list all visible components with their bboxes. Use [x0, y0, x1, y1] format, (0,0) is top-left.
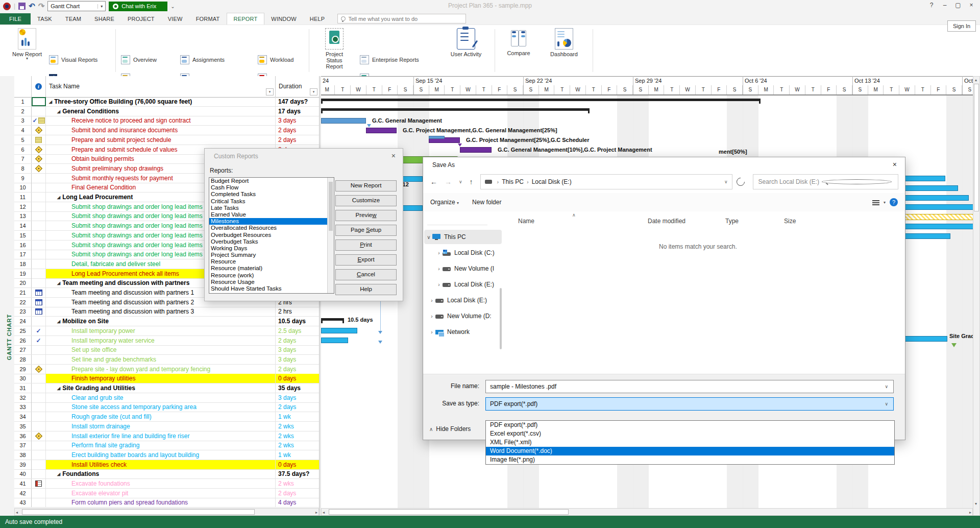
table-row[interactable]: 27Set up site office3 days	[14, 345, 319, 355]
type-option[interactable]: Word Document(*.doc)	[486, 447, 894, 455]
task-bar[interactable]	[904, 233, 950, 239]
table-row[interactable]: 23Team meeting and discussion with partn…	[14, 307, 319, 317]
customize-button[interactable]: Customize	[335, 195, 397, 206]
table-row[interactable]: 26✓Install temporary water service2 days	[14, 336, 319, 346]
column-header-type[interactable]: Type	[725, 218, 739, 225]
duration-cell[interactable]: 2 wks	[276, 431, 319, 441]
scroll-thumb[interactable]	[329, 509, 569, 515]
print-button[interactable]: Print	[335, 239, 397, 251]
task-name-header[interactable]: Task Name ▾	[46, 76, 276, 97]
duration-cell[interactable]: 2.5 days	[276, 326, 319, 335]
table-row[interactable]: 35Install storm drainage2 wks	[14, 422, 319, 431]
minimize-button[interactable]: –	[938, 0, 951, 10]
table-row[interactable]: 3✓Receive notice to proceed and sign con…	[14, 116, 319, 126]
redo-icon[interactable]: ↷	[38, 2, 45, 11]
summary-bar[interactable]	[321, 318, 344, 321]
report-list-item[interactable]: Milestones	[209, 218, 334, 225]
column-header-size[interactable]: Size	[784, 218, 796, 225]
duration-cell[interactable]: 2 wks	[276, 422, 319, 431]
report-list-item[interactable]: Completed Tasks	[209, 191, 334, 198]
table-row[interactable]: 40◢Foundations37.5 days?	[14, 469, 319, 479]
duration-cell[interactable]: 1 wk	[276, 412, 319, 421]
new-report-button[interactable]: New Report	[335, 180, 397, 191]
enterprise-reports-button[interactable]: Enterprise Reports	[360, 55, 419, 65]
table-row[interactable]: 39Install Utilities check0 days	[14, 460, 319, 470]
table-row[interactable]: 33Stone site access and temporary parkin…	[14, 402, 319, 412]
report-list-item[interactable]: Critical Tasks	[209, 198, 334, 205]
chevron-down-icon[interactable]: ∨	[885, 398, 893, 410]
tab-project[interactable]: PROJECT	[121, 13, 161, 25]
save-icon[interactable]	[18, 3, 26, 10]
table-row[interactable]: 42Excavate elevator pit2 days	[14, 489, 319, 498]
tab-file[interactable]: FILE	[0, 13, 31, 25]
task-name-cell[interactable]: Prepare and submit project schedule	[46, 135, 276, 145]
tellme-box[interactable]: Tell me what you want to do	[337, 14, 466, 23]
chevron-down-icon[interactable]: ∨	[425, 234, 432, 240]
reports-listbox[interactable]: Budget ReportCash FlowCompleted TasksCri…	[209, 177, 334, 294]
expand-triangle-icon[interactable]: ◢	[57, 470, 60, 478]
task-name-cell[interactable]: Install storm drainage	[46, 422, 276, 431]
task-bar[interactable]	[904, 176, 945, 181]
expand-triangle-icon[interactable]: ◢	[57, 193, 60, 202]
tab-share[interactable]: SHARE	[88, 13, 121, 25]
duration-filter-icon[interactable]: ▾	[310, 88, 317, 95]
tab-report[interactable]: REPORT	[227, 13, 265, 25]
visual-reports-button[interactable]: Visual Reports	[49, 55, 97, 65]
export-button[interactable]: Export	[335, 254, 397, 266]
maximize-button[interactable]: ▢	[951, 0, 965, 10]
indicator-header[interactable]: i	[32, 76, 46, 97]
overview-button[interactable]: Overview	[121, 55, 157, 65]
type-option[interactable]: PDF export(*.pdf)	[486, 421, 894, 429]
expand-triangle-icon[interactable]: ◢	[57, 279, 60, 287]
report-list-item[interactable]: Resource (work)	[209, 272, 334, 279]
task-name-cell[interactable]: Install temporary power	[46, 326, 276, 335]
report-list-item[interactable]: Earned Value	[209, 211, 334, 218]
table-row[interactable]: 5Prepare and submit project schedule2 da…	[14, 135, 319, 145]
report-list-item[interactable]: Working Days	[209, 245, 334, 252]
chevron-right-icon[interactable]: ›	[435, 266, 443, 272]
task-bar[interactable]	[321, 338, 348, 343]
report-list-item[interactable]: Overbudget Tasks	[209, 238, 334, 245]
duration-cell[interactable]: 3 days	[276, 116, 319, 125]
tree-item-local-disk-c-[interactable]: ›Local Disk (C:)	[424, 246, 504, 260]
breadcrumb-local-disk-e[interactable]: Local Disk (E:)	[531, 178, 573, 185]
task-name-cell[interactable]: ◢General Conditions	[46, 107, 276, 116]
tree-item-local-disk-e-[interactable]: ›Local Disk (E:)	[424, 277, 504, 292]
view-mode-icon[interactable]	[872, 200, 879, 205]
table-row[interactable]: 4Submit bond and insurance documents2 da…	[14, 126, 319, 135]
project-status-report-button[interactable]: Project StatusReport	[317, 27, 351, 69]
gantt-vscrollbar[interactable]: ▴ ▾	[973, 76, 980, 516]
new-report-button[interactable]: New Report▾	[9, 27, 45, 60]
duration-cell[interactable]: 1 wk	[276, 450, 319, 460]
duration-cell[interactable]: 3 days	[276, 393, 319, 402]
task-name-cell[interactable]: Stone site access and temporary parking …	[46, 402, 276, 412]
duration-cell[interactable]: 2 hrs	[276, 307, 319, 316]
scroll-down-icon[interactable]: ▾	[975, 501, 977, 506]
tree-item-this-pc[interactable]: ∨This PC	[424, 230, 502, 244]
task-name-cell[interactable]: Clear and grub site	[46, 393, 276, 402]
tree-item-local-disk-e-[interactable]: ›Local Disk (E:)	[424, 293, 504, 307]
scroll-thumb[interactable]	[22, 509, 255, 515]
save-as-type-select[interactable]: PDF export(*.pdf)∨	[485, 397, 894, 411]
summary-bar[interactable]	[321, 108, 590, 111]
duration-header[interactable]: Duration ▾	[276, 76, 319, 97]
report-list-item[interactable]: Resource	[209, 258, 334, 265]
type-option[interactable]: Excel export(*.csv)	[486, 429, 894, 438]
table-hscrollbar[interactable]: ◂ ▸	[14, 508, 319, 516]
scroll-left-icon[interactable]: ◂	[16, 510, 18, 515]
chevron-down-icon[interactable]: ∨	[885, 380, 893, 393]
task-bar[interactable]	[460, 147, 492, 153]
task-name-cell[interactable]: ◢Site Grading and Utilities	[46, 383, 276, 393]
table-row[interactable]: 41Excavate foundations2 wks	[14, 479, 319, 489]
report-list-item[interactable]: Late Tasks	[209, 205, 334, 211]
duration-cell[interactable]: 2 days	[276, 365, 319, 374]
close-button[interactable]: ×	[965, 0, 978, 10]
table-row[interactable]: 32Clear and grub site3 days	[14, 393, 319, 403]
table-row[interactable]: 29Prepare site - lay down yard and tempo…	[14, 365, 319, 374]
gantt-hscrollbar[interactable]: ◂ ▸	[321, 508, 973, 516]
task-bar[interactable]	[904, 336, 947, 342]
summary-bar[interactable]	[321, 99, 761, 101]
task-bar[interactable]	[904, 185, 958, 191]
sign-in-button[interactable]: Sign In	[947, 20, 976, 32]
duration-cell[interactable]: 0 days	[276, 374, 319, 383]
